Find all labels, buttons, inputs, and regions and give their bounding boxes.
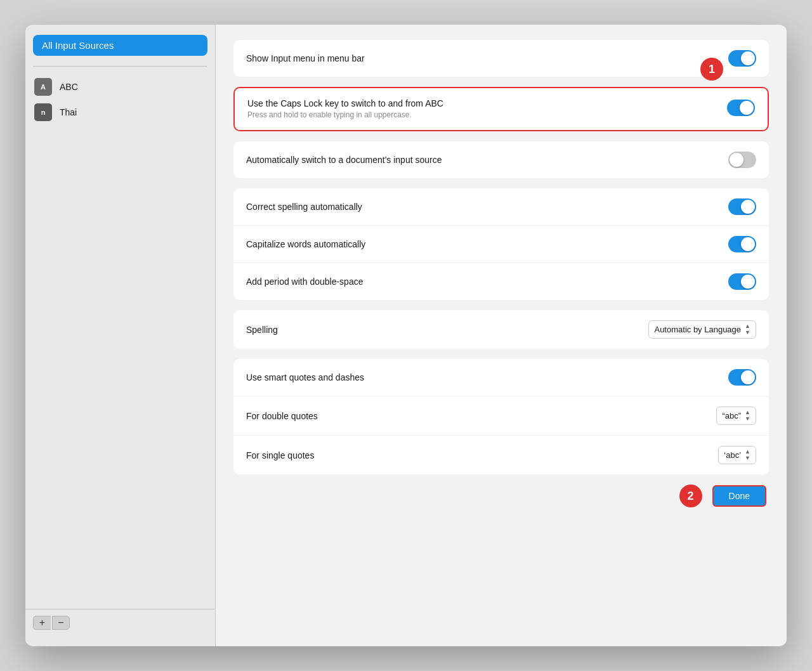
correct-spelling-toggle[interactable]	[728, 199, 756, 215]
stepper-up-arrow: ▲	[745, 323, 750, 329]
dq-down-arrow: ▼	[745, 416, 750, 422]
single-quotes-value: ‘abc’	[724, 450, 741, 460]
auto-switch-row: Automatically switch to a document's inp…	[233, 141, 769, 178]
thai-icon: n	[34, 103, 52, 121]
toggle-knob-caps	[740, 101, 754, 115]
single-quotes-label: For single quotes	[246, 450, 314, 460]
show-input-menu-card: Show Input menu in menu bar	[233, 40, 769, 77]
remove-input-source-button[interactable]: −	[52, 616, 70, 630]
capitalize-words-row: Capitalize words automatically	[233, 226, 769, 263]
sq-up-arrow: ▲	[745, 449, 750, 455]
double-quotes-label: For double quotes	[246, 411, 318, 421]
spelling-select-value: Automatic by Language	[654, 325, 741, 334]
add-period-row: Add period with double-space	[233, 263, 769, 300]
abc-icon: A	[34, 78, 52, 96]
correct-spelling-label: Correct spelling automatically	[246, 202, 362, 212]
correct-spelling-row: Correct spelling automatically	[233, 188, 769, 226]
spelling-card: Spelling Automatic by Language ▲ ▼	[233, 310, 769, 349]
add-input-source-button[interactable]: +	[33, 616, 51, 630]
badge-1: 1	[700, 58, 723, 81]
done-button[interactable]: Done	[712, 485, 766, 507]
text-correction-card: Correct spelling automatically Capitaliz…	[233, 188, 769, 300]
badge-2: 2	[679, 485, 702, 507]
toggle-knob-quotes	[741, 370, 755, 384]
single-quotes-row: For single quotes ‘abc’ ▲ ▼	[233, 436, 769, 474]
spelling-label: Spelling	[246, 325, 278, 335]
double-quotes-select[interactable]: “abc” ▲ ▼	[716, 407, 756, 425]
show-input-menu-row: Show Input menu in menu bar	[233, 40, 769, 77]
quotes-card: Use smart quotes and dashes For double q…	[233, 359, 769, 474]
main-content: 1 Show Input menu in menu bar Use the Ca…	[216, 25, 787, 646]
caps-lock-row: Use the Caps Lock key to switch to and f…	[235, 88, 768, 130]
toggle-knob-auto	[730, 153, 743, 167]
done-button-area: 2 Done	[233, 485, 769, 507]
add-period-toggle[interactable]	[728, 273, 756, 290]
capitalize-words-toggle[interactable]	[728, 236, 756, 252]
toggle-knob-period	[741, 275, 755, 289]
spelling-row: Spelling Automatic by Language ▲ ▼	[233, 310, 769, 349]
add-period-label: Add period with double-space	[246, 277, 363, 287]
sidebar-item-abc[interactable]: A ABC	[25, 74, 215, 100]
caps-lock-toggle[interactable]	[727, 100, 755, 116]
double-quotes-row: For double quotes “abc” ▲ ▼	[233, 396, 769, 436]
double-quotes-value: “abc”	[722, 411, 741, 420]
single-quotes-select[interactable]: ‘abc’ ▲ ▼	[718, 446, 756, 464]
settings-window: All Input Sources A ABC n Thai + − 1 Sho…	[25, 25, 787, 646]
sidebar-divider	[33, 66, 207, 67]
sidebar-item-all-input-sources[interactable]: All Input Sources	[33, 35, 207, 56]
auto-switch-card: Automatically switch to a document's inp…	[233, 141, 769, 178]
toggle-knob	[741, 51, 755, 65]
double-quotes-arrows: ▲ ▼	[745, 410, 750, 422]
auto-switch-label: Automatically switch to a document's inp…	[246, 155, 442, 165]
spelling-stepper-arrows: ▲ ▼	[745, 323, 750, 336]
sq-down-arrow: ▼	[745, 455, 750, 461]
sidebar: All Input Sources A ABC n Thai + −	[25, 25, 216, 646]
smart-quotes-label: Use smart quotes and dashes	[246, 372, 364, 382]
sidebar-item-thai-label: Thai	[60, 107, 77, 117]
show-input-menu-label: Show Input menu in menu bar	[246, 53, 365, 63]
caps-lock-title: Use the Caps Lock key to switch to and f…	[247, 98, 443, 108]
single-quotes-arrows: ▲ ▼	[745, 449, 750, 461]
dq-up-arrow: ▲	[745, 410, 750, 415]
show-input-menu-toggle[interactable]	[728, 50, 756, 67]
smart-quotes-row: Use smart quotes and dashes	[233, 359, 769, 396]
sidebar-bottom-bar: + −	[25, 609, 215, 636]
toggle-knob-spell	[741, 200, 755, 214]
sidebar-item-abc-label: ABC	[60, 82, 78, 92]
sidebar-item-thai[interactable]: n Thai	[25, 100, 215, 125]
toggle-knob-cap	[741, 237, 755, 251]
caps-lock-card: Use the Caps Lock key to switch to and f…	[233, 87, 769, 131]
caps-lock-subtitle: Press and hold to enable typing in all u…	[247, 110, 443, 119]
capitalize-words-label: Capitalize words automatically	[246, 239, 365, 249]
auto-switch-toggle[interactable]	[728, 152, 756, 168]
spelling-select[interactable]: Automatic by Language ▲ ▼	[648, 320, 756, 339]
smart-quotes-toggle[interactable]	[728, 369, 756, 386]
stepper-down-arrow: ▼	[745, 330, 750, 336]
